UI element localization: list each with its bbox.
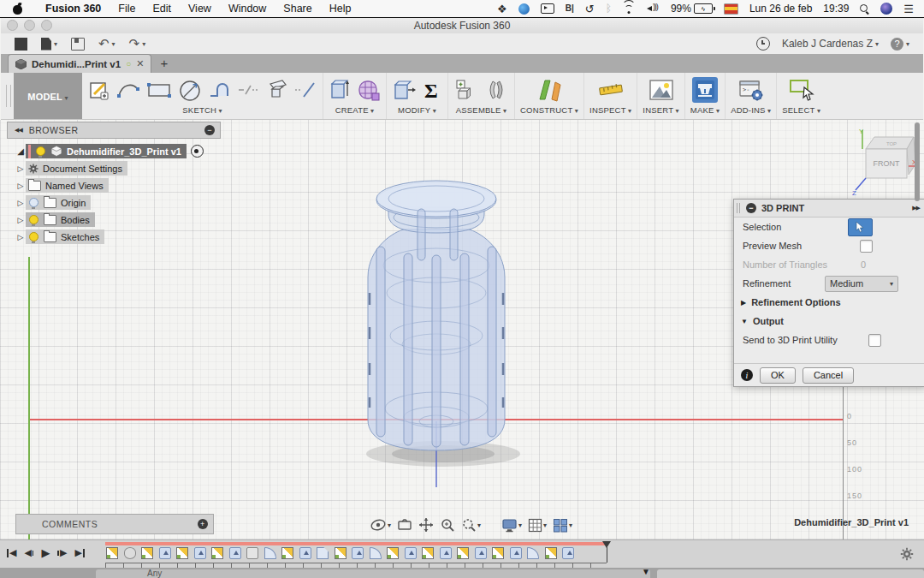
timeline-feature-sketch[interactable] <box>335 547 346 559</box>
menu-window[interactable]: Window <box>220 3 275 15</box>
menu-file[interactable]: File <box>110 3 144 15</box>
timeline-feature-extrude[interactable] <box>562 547 574 559</box>
timeline-feature-fillet[interactable] <box>527 547 539 559</box>
display-settings-icon[interactable]: ▾ <box>501 518 522 533</box>
make-3d-print-icon[interactable] <box>692 77 718 103</box>
orbit-tool-icon[interactable]: ▾ <box>370 517 391 533</box>
timeline-feature-sketch[interactable] <box>545 547 557 559</box>
browser-item-document-settings[interactable]: ▷ Document Settings <box>15 161 221 176</box>
app-grid-icon[interactable] <box>15 38 27 51</box>
keyboard-viewer-icon[interactable]: B| <box>566 4 574 13</box>
document-tab[interactable]: Dehumidi...Print v1 ○ ✕ <box>8 54 151 73</box>
timeline-feature-extrude[interactable] <box>159 547 171 559</box>
timeline-feature-extrude[interactable] <box>405 547 417 559</box>
workspace-switcher[interactable]: MODEL <box>14 73 82 119</box>
dialog-grip[interactable] <box>737 203 740 213</box>
include-3d-geometry-icon[interactable] <box>293 80 317 100</box>
timeline-feature-extrude[interactable] <box>352 547 364 559</box>
activate-component-icon[interactable] <box>191 145 204 158</box>
play-button[interactable]: ▶ <box>41 546 50 559</box>
viewport-3d[interactable]: 050100150 <box>0 120 924 539</box>
spline-icon[interactable] <box>116 78 141 102</box>
timeline-feature-fillet[interactable] <box>264 547 276 559</box>
model-dehumidifier-body[interactable] <box>334 164 543 494</box>
timeline-feature-extrude[interactable] <box>299 547 311 559</box>
pan-tool-icon[interactable] <box>418 517 434 533</box>
timeline-feature-revolve[interactable] <box>124 547 136 559</box>
redo-button[interactable]: ↷▾ <box>129 36 146 51</box>
expander-closed-icon[interactable]: ▷ <box>15 199 26 207</box>
timeline-feature-sketch[interactable] <box>387 547 399 559</box>
browser-root-item[interactable]: ◢ Dehumidifier_3D_Print v1 <box>15 144 221 158</box>
timeline-feature-sketch[interactable] <box>457 547 469 559</box>
ribbon-group-label-modify[interactable]: MODIFY <box>398 105 436 115</box>
ribbon-group-label-make[interactable]: MAKE <box>690 105 720 115</box>
joint-icon[interactable] <box>483 78 509 102</box>
measure-ruler-icon[interactable] <box>597 79 625 101</box>
airplay-display-icon[interactable] <box>541 3 554 14</box>
timeline-feature-extrude[interactable] <box>475 547 487 559</box>
zoom-tool-icon[interactable] <box>440 517 455 533</box>
menu-share[interactable]: Share <box>275 3 320 15</box>
browser-header[interactable]: ◀◀ BROWSER − <box>7 122 221 139</box>
output-section[interactable]: ▼ Output <box>734 312 924 331</box>
skip-to-start-button[interactable]: ◀ <box>7 547 16 558</box>
bluetooth-icon[interactable]: ᛒ <box>606 3 612 14</box>
menu-view[interactable]: View <box>180 3 220 15</box>
battery-indicator[interactable]: 99% ϟ <box>671 3 713 15</box>
menu-date[interactable]: Lun 26 de feb <box>749 3 812 15</box>
project-geometry-icon[interactable] <box>264 77 289 103</box>
browser-hide-icon[interactable]: − <box>204 125 215 135</box>
timeline-feature-chamfer[interactable] <box>317 547 329 559</box>
help-menu[interactable]: ?▾ <box>891 38 909 51</box>
timeline-feature-box[interactable] <box>246 547 258 559</box>
create-form-mesh-icon[interactable] <box>357 78 381 102</box>
undo-button[interactable]: ↶▾ <box>98 36 116 51</box>
siri-icon[interactable] <box>880 3 892 15</box>
menu-time[interactable]: 19:39 <box>823 3 849 15</box>
ribbon-group-label-construct[interactable]: CONSTRUCT <box>520 105 578 115</box>
timeline-feature-extrude[interactable] <box>440 547 452 559</box>
spanish-keyboard-flag-icon[interactable] <box>724 3 738 15</box>
wifi-icon[interactable] <box>623 4 636 14</box>
notification-center-icon[interactable]: ☰ <box>903 3 914 15</box>
ribbon-drag-handle[interactable] <box>6 85 11 107</box>
preview-mesh-checkbox[interactable] <box>860 240 873 253</box>
timeline-feature-sketch[interactable] <box>176 547 188 559</box>
ok-button[interactable]: OK <box>760 367 796 384</box>
timeline-feature-extrude[interactable] <box>194 547 206 559</box>
timeline-feature-sketch[interactable] <box>106 547 118 559</box>
timeline-feature-sketch[interactable] <box>141 547 153 559</box>
step-back-button[interactable]: ◀ <box>24 547 33 558</box>
browser-item-named-views[interactable]: ▷ Named Views <box>15 178 221 193</box>
file-menu-button[interactable]: ▾ <box>41 38 57 51</box>
comments-panel[interactable]: COMMENTS + <box>15 514 214 534</box>
dialog-collapse-icon[interactable]: − <box>746 203 756 213</box>
construction-plane-icon[interactable] <box>535 77 564 103</box>
ribbon-group-label-addins[interactable]: ADD-INS <box>731 105 771 115</box>
browser-collapse-icon[interactable]: ◀◀ <box>15 127 22 134</box>
dialog-expand-icon[interactable]: ▶▶ <box>912 205 920 212</box>
press-pull-icon[interactable] <box>392 77 418 103</box>
visibility-bulb-icon[interactable] <box>29 215 38 224</box>
apple-menu-icon[interactable] <box>12 3 23 15</box>
refinement-options-section[interactable]: ▶ Refinement Options <box>734 293 924 312</box>
expander-closed-icon[interactable]: ▷ <box>15 233 26 241</box>
step-forward-button[interactable]: ▶ <box>57 547 67 558</box>
timeline-feature-sketch[interactable] <box>422 547 434 559</box>
timeline-feature-sketch[interactable] <box>492 547 504 559</box>
timeline-feature-sketch[interactable] <box>211 547 223 559</box>
menu-help[interactable]: Help <box>321 3 360 15</box>
selection-button[interactable] <box>848 218 873 236</box>
spotlight-search-icon[interactable] <box>860 4 869 14</box>
visibility-bulb-icon[interactable] <box>29 232 38 241</box>
dialog-header[interactable]: − 3D PRINT ▶▶ <box>734 200 924 217</box>
viewports-icon[interactable]: ▾ <box>553 518 572 533</box>
timeline-feature-extrude[interactable] <box>510 547 522 559</box>
timeline-settings-gear-icon[interactable] <box>900 547 914 564</box>
send-to-utility-checkbox[interactable] <box>868 334 881 347</box>
expander-closed-icon[interactable]: ▷ <box>15 216 26 224</box>
browser-item-origin[interactable]: ▷ Origin <box>15 195 221 210</box>
expander-closed-icon[interactable]: ▷ <box>15 164 26 173</box>
visibility-bulb-icon[interactable] <box>36 146 45 156</box>
